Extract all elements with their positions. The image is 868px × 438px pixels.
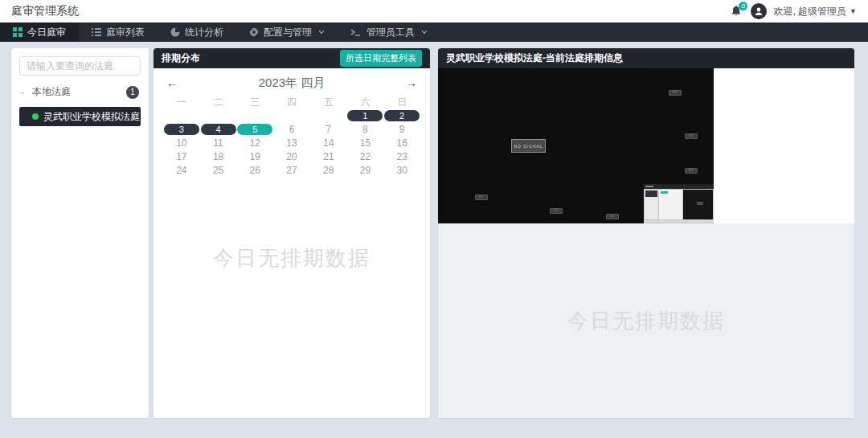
tree-node-label: 本地法庭 bbox=[32, 85, 126, 99]
no-signal-chip: NO SIGNAL bbox=[685, 133, 698, 139]
nav-item-label: 配置与管理 bbox=[264, 26, 312, 39]
calendar-day-cell[interactable]: 7 bbox=[310, 122, 347, 136]
no-signal-chip: NO SIGNAL bbox=[550, 208, 563, 214]
calendar-day-cell[interactable]: 14 bbox=[310, 136, 347, 149]
calendar-day-cell[interactable]: 11 bbox=[200, 136, 237, 149]
nav-item-4[interactable]: 管理员工具 bbox=[338, 23, 440, 42]
calendar-day-cell bbox=[163, 108, 200, 122]
calendar-day-cell[interactable]: 18 bbox=[200, 149, 237, 163]
pip-body bbox=[644, 189, 714, 220]
nav-item-1[interactable]: 庭审列表 bbox=[79, 23, 158, 42]
calendar-day-cell bbox=[200, 108, 237, 122]
tree-item-label: 灵武职业学校模拟法庭 bbox=[43, 110, 140, 124]
calendar-day-cell[interactable]: 25 bbox=[200, 163, 237, 177]
calendar-day-cell[interactable]: 4 bbox=[200, 122, 237, 136]
schedule-empty-message: 今日无排期数据 bbox=[154, 244, 430, 272]
no-signal-chip: NO SIGNAL bbox=[475, 194, 488, 200]
calendar-weekday: 五 bbox=[310, 96, 347, 108]
calendar-day-cell[interactable]: 15 bbox=[347, 136, 384, 149]
calendar-day-cell[interactable]: 2 bbox=[383, 108, 420, 122]
calendar-day-cell[interactable]: 30 bbox=[383, 163, 420, 177]
chevron-down-icon: ▼ bbox=[850, 7, 857, 15]
calendar-weekdays: 一二三四五六日 bbox=[163, 96, 420, 108]
count-badge: 1 bbox=[126, 86, 139, 99]
court-camera-preview[interactable]: NO SIGNAL NO SIGNAL NO SIGNAL NO SIGNAL … bbox=[438, 68, 714, 223]
calendar-prev-button[interactable]: ← bbox=[163, 76, 181, 89]
nav-item-label: 今日庭审 bbox=[27, 26, 66, 39]
calendar-day-cell[interactable]: 27 bbox=[273, 163, 310, 177]
screen-share-thumbnail bbox=[644, 184, 714, 223]
welcome-text: 欢迎, 超级管理员 bbox=[773, 5, 846, 18]
calendar-day-cell[interactable]: 26 bbox=[236, 163, 273, 177]
list-icon bbox=[92, 27, 101, 37]
court-panel-body: NO SIGNAL NO SIGNAL NO SIGNAL NO SIGNAL … bbox=[438, 68, 854, 418]
court-info-panel: 灵武职业学校模拟法庭-当前法庭排期信息 NO SIGNAL NO SIGNAL … bbox=[438, 48, 854, 418]
calendar-day-cell[interactable]: 21 bbox=[310, 149, 347, 163]
pie-chart-icon bbox=[170, 27, 180, 37]
calendar-day-cell[interactable]: 20 bbox=[273, 149, 310, 163]
nav-item-label: 统计分析 bbox=[185, 26, 223, 39]
calendar-day-cell[interactable]: 10 bbox=[163, 136, 200, 149]
calendar-day-cell[interactable]: 19 bbox=[236, 149, 273, 163]
court-sidebar-panel: - 本地法庭 1 灵武职业学校模拟法庭 bbox=[11, 48, 149, 418]
calendar-day-cell[interactable]: 12 bbox=[236, 136, 273, 149]
calendar-day-event[interactable]: 1 bbox=[347, 110, 383, 121]
calendar-day-cell[interactable]: 22 bbox=[347, 149, 384, 163]
pip-video bbox=[683, 190, 713, 219]
calendar-day-event[interactable]: 4 bbox=[201, 124, 236, 135]
user-menu[interactable]: 欢迎, 超级管理员 ▼ bbox=[773, 5, 857, 18]
tree-item-court-selected[interactable]: 灵武职业学校模拟法庭 bbox=[19, 107, 141, 126]
chevron-down-icon bbox=[318, 30, 325, 35]
calendar-next-button[interactable]: → bbox=[403, 76, 420, 89]
tree-node-local-courts[interactable]: - 本地法庭 1 bbox=[19, 85, 141, 99]
calendar-day-cell[interactable]: 6 bbox=[273, 122, 310, 136]
court-panel-header: 灵武职业学校模拟法庭-当前法庭排期信息 bbox=[438, 48, 854, 68]
topbar-right: 0 欢迎, 超级管理员 ▼ bbox=[730, 3, 857, 19]
calendar-day-cell[interactable]: 16 bbox=[383, 136, 420, 149]
nav-item-3[interactable]: 配置与管理 bbox=[236, 23, 338, 42]
nav-item-label: 庭审列表 bbox=[106, 26, 145, 39]
calendar-day-cell[interactable]: 29 bbox=[347, 163, 384, 177]
full-list-button[interactable]: 所选日期完整列表 bbox=[340, 50, 422, 67]
avatar[interactable] bbox=[751, 3, 767, 19]
calendar-weekday: 一 bbox=[163, 96, 200, 108]
schedule-panel-title: 排期分布 bbox=[162, 51, 200, 65]
no-signal-chip: NO SIGNAL bbox=[606, 214, 619, 219]
calendar-day-cell[interactable]: 24 bbox=[163, 163, 200, 177]
pip-footer bbox=[644, 220, 714, 223]
navbar: 今日庭审庭审列表统计分析配置与管理管理员工具 bbox=[0, 23, 868, 42]
calendar-day-cell[interactable]: 23 bbox=[383, 149, 420, 163]
calendar-day-cell[interactable]: 13 bbox=[273, 136, 310, 149]
calendar-weekday: 四 bbox=[273, 96, 310, 108]
calendar-weekday: 六 bbox=[347, 96, 384, 108]
notification-bell-button[interactable]: 0 bbox=[730, 4, 744, 18]
calendar-day-cell[interactable]: 17 bbox=[163, 149, 200, 163]
calendar-day-cell[interactable]: 8 bbox=[347, 122, 384, 136]
court-schedule-area: 今日无排期数据 bbox=[438, 223, 854, 418]
pip-middle bbox=[659, 190, 682, 219]
calendar-day-selected[interactable]: 5 bbox=[237, 124, 272, 135]
status-dot-icon bbox=[32, 113, 39, 120]
app-title: 庭审管理系统 bbox=[11, 4, 79, 18]
calendar-day-cell[interactable]: 5 bbox=[236, 122, 273, 136]
calendar-weekday: 三 bbox=[236, 96, 273, 108]
schedule-panel: 排期分布 所选日期完整列表 ← 2023年 四月 → 一二三四五六日 12345… bbox=[154, 48, 430, 418]
calendar-day-cell[interactable]: 3 bbox=[163, 122, 200, 136]
pip-sidebar bbox=[645, 190, 658, 219]
calendar-day-cell[interactable]: 9 bbox=[383, 122, 420, 136]
terminal-icon bbox=[350, 27, 362, 37]
calendar-day-cell[interactable]: 28 bbox=[310, 163, 347, 177]
calendar-day-event[interactable]: 2 bbox=[384, 110, 420, 121]
nav-item-0[interactable]: 今日庭审 bbox=[0, 23, 79, 42]
calendar-day-cell[interactable]: 1 bbox=[347, 108, 384, 122]
no-signal-chip: NO SIGNAL bbox=[669, 90, 682, 96]
court-search-input[interactable] bbox=[19, 56, 141, 76]
calendar-day-event[interactable]: 3 bbox=[164, 124, 199, 135]
no-signal-box: NO SIGNAL bbox=[511, 139, 546, 153]
calendar-day-cell bbox=[273, 108, 310, 122]
collapse-icon[interactable]: - bbox=[21, 87, 32, 98]
schedule-panel-header: 排期分布 所选日期完整列表 bbox=[154, 48, 430, 68]
calendar-day-cell bbox=[236, 108, 273, 122]
nav-item-2[interactable]: 统计分析 bbox=[158, 23, 236, 42]
no-signal-chip: NO SIGNAL bbox=[685, 168, 698, 174]
